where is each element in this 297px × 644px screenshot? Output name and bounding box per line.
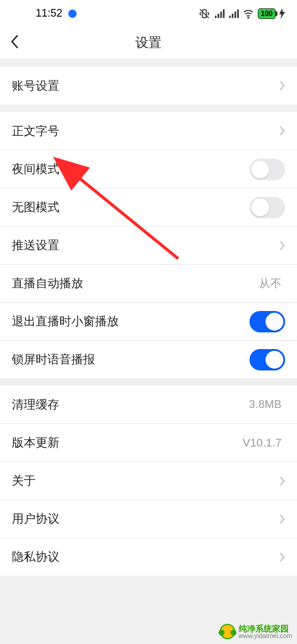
battery-icon: 100 — [258, 8, 276, 19]
row-label: 账号设置 — [12, 78, 279, 94]
row-font-size[interactable]: 正文字号 — [0, 112, 297, 150]
exit-live-pip-toggle[interactable] — [249, 311, 285, 332]
row-label: 直播自动播放 — [12, 275, 259, 291]
chevron-right-icon — [279, 126, 285, 136]
row-label: 版本更新 — [12, 435, 243, 451]
section-display: 正文字号 夜间模式 无图模式 推送设置 直播自动播放 从不 退出直播时小窗播放 … — [0, 112, 297, 378]
row-label: 锁屏时语音播报 — [12, 351, 249, 367]
wifi-icon — [242, 8, 254, 20]
night-mode-toggle[interactable] — [249, 159, 285, 180]
lock-voice-toggle[interactable] — [249, 349, 285, 370]
section-system: 清理缓存 3.8MB 版本更新 V10.1.7 关于 用户协议 隐私协议 — [0, 385, 297, 576]
version-value: V10.1.7 — [243, 436, 282, 450]
watermark-logo-icon — [220, 624, 235, 639]
charging-icon — [279, 8, 285, 19]
row-user-agreement[interactable]: 用户协议 — [0, 500, 297, 538]
row-label: 隐私协议 — [12, 549, 279, 565]
chevron-right-icon — [279, 81, 285, 90]
row-clear-cache[interactable]: 清理缓存 3.8MB — [0, 385, 297, 423]
vibrate-icon — [198, 8, 210, 20]
row-label: 清理缓存 — [12, 397, 249, 413]
status-right: 100 — [198, 8, 285, 20]
back-button[interactable] — [0, 27, 30, 59]
status-bar: 11:52 100 — [0, 0, 297, 27]
live-autoplay-value: 从不 — [259, 276, 282, 291]
row-push-settings[interactable]: 推送设置 — [0, 226, 297, 264]
row-live-autoplay[interactable]: 直播自动播放 从不 — [0, 264, 297, 302]
signal-icon — [214, 8, 225, 19]
row-account-settings[interactable]: 账号设置 — [0, 67, 297, 105]
row-night-mode[interactable]: 夜间模式 — [0, 150, 297, 188]
clear-cache-value: 3.8MB — [249, 398, 282, 411]
battery-percent: 100 — [260, 10, 274, 18]
row-about[interactable]: 关于 — [0, 461, 297, 500]
title-bar: 设置 — [0, 27, 297, 59]
row-label: 关于 — [12, 473, 279, 489]
chevron-right-icon — [279, 514, 285, 524]
svg-point-2 — [248, 17, 249, 18]
watermark-url: www.yidaimei.com — [239, 633, 292, 639]
row-exit-live-pip[interactable]: 退出直播时小窗播放 — [0, 302, 297, 340]
row-label: 夜间模式 — [12, 161, 249, 177]
section-account: 账号设置 — [0, 67, 297, 105]
app-indicator-dot — [68, 10, 77, 18]
page-title: 设置 — [0, 34, 297, 52]
row-label: 正文字号 — [12, 123, 279, 139]
row-privacy-agreement[interactable]: 隐私协议 — [0, 538, 297, 576]
watermark-brand: 纯净系统家园 — [239, 624, 292, 633]
row-label: 推送设置 — [12, 237, 279, 253]
watermark: 纯净系统家园 www.yidaimei.com — [220, 624, 292, 639]
chevron-right-icon — [279, 476, 285, 486]
row-label: 用户协议 — [12, 511, 279, 527]
signal-icon-2 — [228, 8, 239, 19]
row-no-image-mode[interactable]: 无图模式 — [0, 188, 297, 226]
svg-line-1 — [200, 9, 208, 18]
row-label: 退出直播时小窗播放 — [12, 313, 249, 329]
row-label: 无图模式 — [12, 199, 249, 215]
chevron-right-icon — [279, 552, 285, 562]
row-lock-voice-broadcast[interactable]: 锁屏时语音播报 — [0, 340, 297, 378]
chevron-right-icon — [279, 241, 285, 250]
chevron-left-icon — [10, 34, 20, 51]
status-time: 11:52 — [36, 7, 62, 20]
no-image-toggle[interactable] — [249, 197, 285, 218]
row-version-update[interactable]: 版本更新 V10.1.7 — [0, 423, 297, 461]
